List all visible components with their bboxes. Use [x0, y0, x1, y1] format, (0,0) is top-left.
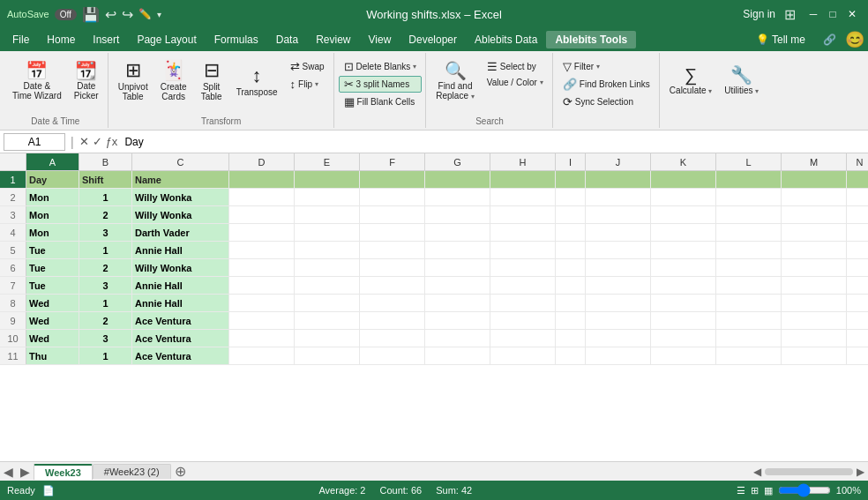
- table-cell[interactable]: [782, 295, 847, 311]
- redo-icon[interactable]: ↪: [122, 6, 133, 23]
- table-cell[interactable]: 1: [79, 189, 132, 205]
- create-cards-button[interactable]: 🃏 CreateCards: [155, 55, 192, 108]
- table-cell[interactable]: Shift: [79, 171, 132, 188]
- table-cell[interactable]: [229, 277, 295, 294]
- col-header-a[interactable]: A: [26, 153, 79, 170]
- add-sheet-button[interactable]: ⊕: [171, 463, 190, 480]
- table-cell[interactable]: Tue: [26, 277, 79, 294]
- menu-ablebits-data[interactable]: Ablebits Data: [466, 31, 546, 49]
- table-cell[interactable]: Willy Wonka: [132, 206, 229, 223]
- dropdown-arrow-icon[interactable]: ▾: [157, 10, 161, 19]
- table-cell[interactable]: [490, 347, 556, 364]
- table-cell[interactable]: Ace Ventura: [132, 312, 229, 329]
- table-cell[interactable]: [490, 206, 556, 223]
- sheet-tab-week23-2[interactable]: #Week23 (2): [93, 464, 171, 479]
- table-cell[interactable]: [295, 312, 360, 329]
- table-cell[interactable]: Wed: [26, 295, 79, 311]
- split-table-button[interactable]: ⊟ SplitTable: [194, 55, 229, 108]
- table-cell[interactable]: Willy Wonka: [132, 189, 229, 205]
- calculate-button[interactable]: ∑ Calculate ▾: [664, 55, 717, 108]
- table-cell[interactable]: [556, 295, 586, 311]
- table-cell[interactable]: [229, 259, 295, 276]
- scroll-left-btn[interactable]: ◀: [753, 466, 761, 478]
- undo-icon[interactable]: ↩: [105, 6, 116, 23]
- restore-icon[interactable]: ⊞: [784, 6, 796, 23]
- row-number[interactable]: 5: [0, 242, 26, 258]
- menu-developer[interactable]: Developer: [400, 31, 466, 49]
- table-cell[interactable]: [586, 295, 651, 311]
- zoom-slider[interactable]: [778, 483, 831, 497]
- select-by-color-button[interactable]: Value / Color ▾: [482, 76, 549, 89]
- menu-review[interactable]: Review: [307, 31, 359, 49]
- menu-formulas[interactable]: Formulas: [206, 31, 267, 49]
- table-cell[interactable]: [425, 295, 490, 311]
- row-number[interactable]: 6: [0, 259, 26, 276]
- table-cell[interactable]: [360, 206, 425, 223]
- col-header-m[interactable]: M: [782, 153, 847, 170]
- find-replace-button[interactable]: 🔍 Find andReplace ▾: [430, 55, 479, 108]
- share-icon[interactable]: 🔗: [814, 31, 845, 49]
- cancel-formula-icon[interactable]: ✕: [79, 135, 89, 148]
- table-cell[interactable]: 1: [79, 295, 132, 311]
- menu-home[interactable]: Home: [38, 31, 84, 49]
- table-cell[interactable]: Day: [26, 171, 79, 188]
- table-cell[interactable]: [229, 206, 295, 223]
- table-cell[interactable]: [360, 171, 425, 188]
- table-cell[interactable]: [556, 277, 586, 294]
- col-header-d[interactable]: D: [229, 153, 295, 170]
- table-cell[interactable]: [360, 295, 425, 311]
- table-cell[interactable]: [782, 224, 847, 241]
- table-cell[interactable]: [490, 312, 556, 329]
- col-header-n[interactable]: N: [847, 153, 868, 170]
- row-number[interactable]: 3: [0, 206, 26, 223]
- unpivot-table-button[interactable]: ⊞ UnpivotTable: [113, 55, 153, 108]
- table-cell[interactable]: [782, 171, 847, 188]
- table-cell[interactable]: [556, 312, 586, 329]
- table-cell[interactable]: [586, 224, 651, 241]
- table-cell[interactable]: [425, 206, 490, 223]
- insert-function-icon[interactable]: ƒx: [106, 135, 118, 148]
- table-cell[interactable]: [556, 347, 586, 364]
- table-cell[interactable]: [556, 171, 586, 188]
- col-header-b[interactable]: B: [79, 153, 132, 170]
- table-cell[interactable]: [716, 277, 782, 294]
- table-cell[interactable]: [847, 295, 868, 311]
- table-cell[interactable]: Thu: [26, 347, 79, 364]
- table-cell[interactable]: [360, 224, 425, 241]
- table-cell[interactable]: [556, 224, 586, 241]
- table-cell[interactable]: 2: [79, 312, 132, 329]
- table-cell[interactable]: [651, 206, 716, 223]
- restore-button[interactable]: □: [824, 5, 842, 23]
- table-cell[interactable]: [716, 189, 782, 205]
- table-cell[interactable]: [360, 330, 425, 347]
- table-cell[interactable]: [490, 330, 556, 347]
- table-cell[interactable]: [586, 259, 651, 276]
- table-cell[interactable]: [586, 312, 651, 329]
- table-cell[interactable]: [425, 312, 490, 329]
- table-cell[interactable]: [847, 206, 868, 223]
- row-number[interactable]: 8: [0, 295, 26, 311]
- col-header-h[interactable]: H: [490, 153, 556, 170]
- table-cell[interactable]: [651, 277, 716, 294]
- table-cell[interactable]: [716, 242, 782, 258]
- flip-button[interactable]: ↕ Flip ▾: [285, 76, 330, 93]
- table-cell[interactable]: [295, 259, 360, 276]
- table-cell[interactable]: [295, 347, 360, 364]
- table-cell[interactable]: [556, 242, 586, 258]
- table-cell[interactable]: 2: [79, 206, 132, 223]
- horizontal-scrollbar[interactable]: [765, 468, 853, 475]
- page-layout-view-icon[interactable]: ⊞: [751, 485, 759, 496]
- tab-nav-left[interactable]: ◀: [0, 465, 17, 479]
- table-cell[interactable]: [782, 242, 847, 258]
- table-cell[interactable]: [229, 189, 295, 205]
- table-cell[interactable]: [425, 171, 490, 188]
- menu-file[interactable]: File: [4, 31, 38, 49]
- col-header-g[interactable]: G: [425, 153, 490, 170]
- table-cell[interactable]: [782, 206, 847, 223]
- table-cell[interactable]: Name: [132, 171, 229, 188]
- table-cell[interactable]: [360, 312, 425, 329]
- table-cell[interactable]: [651, 189, 716, 205]
- table-cell[interactable]: [716, 259, 782, 276]
- table-cell[interactable]: [782, 312, 847, 329]
- table-cell[interactable]: [556, 189, 586, 205]
